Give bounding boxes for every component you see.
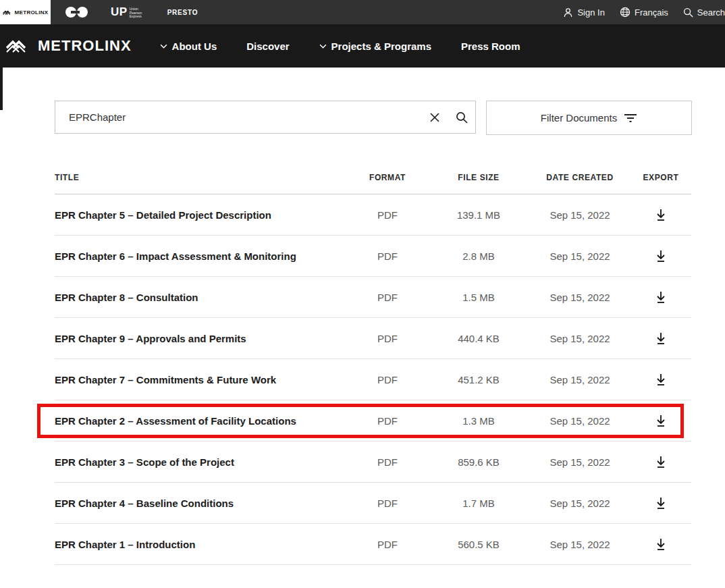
document-title[interactable]: EPR Chapter 1 – Introduction bbox=[55, 539, 347, 550]
column-header-file-size: FILE SIZE bbox=[428, 173, 529, 182]
table-row: EPR Chapter 3 – Scope of the ProjectPDF8… bbox=[55, 442, 691, 483]
nav-item-label: Press Room bbox=[461, 41, 520, 52]
download-button[interactable] bbox=[630, 538, 691, 551]
site-search-label: Search bbox=[697, 7, 725, 18]
filter-documents-button[interactable]: Filter Documents bbox=[486, 101, 692, 135]
filter-documents-label: Filter Documents bbox=[541, 112, 617, 124]
document-date-created: Sep 15, 2022 bbox=[529, 209, 630, 221]
brand-tab-metrolinx[interactable]: METROLINX bbox=[0, 0, 51, 24]
nav-item-projects-programs[interactable]: Projects & Programs bbox=[319, 41, 431, 52]
download-button[interactable] bbox=[630, 291, 691, 304]
document-title[interactable]: EPR Chapter 9 – Approvals and Permits bbox=[55, 333, 347, 344]
document-date-created: Sep 15, 2022 bbox=[529, 456, 630, 468]
nav-items: About Us Discover Projects & Programs Pr… bbox=[160, 41, 520, 52]
document-date-created: Sep 15, 2022 bbox=[529, 292, 630, 303]
table-body: EPR Chapter 5 – Detailed Project Descrip… bbox=[55, 194, 691, 565]
download-icon bbox=[655, 415, 666, 427]
language-label: Français bbox=[635, 7, 668, 18]
download-icon bbox=[655, 291, 666, 304]
utility-top-bar: METROLINX UP Union Pearson Express PREST… bbox=[0, 0, 725, 24]
document-title[interactable]: EPR Chapter 8 – Consultation bbox=[55, 292, 347, 303]
table-row: EPR Chapter 6 – Impact Assessment & Moni… bbox=[55, 236, 691, 277]
document-file-size: 1.5 MB bbox=[428, 292, 529, 303]
download-button[interactable] bbox=[630, 497, 691, 510]
document-title[interactable]: EPR Chapter 7 – Commitments & Future Wor… bbox=[55, 374, 347, 385]
left-edge-strip bbox=[0, 68, 3, 110]
document-file-size: 440.4 KB bbox=[428, 333, 529, 344]
document-file-size: 859.6 KB bbox=[428, 456, 529, 468]
download-icon bbox=[655, 497, 666, 510]
table-header-row: TITLE FORMAT FILE SIZE DATE CREATED EXPO… bbox=[55, 161, 691, 194]
globe-icon bbox=[620, 7, 630, 18]
search-icon bbox=[456, 111, 468, 124]
download-button[interactable] bbox=[630, 209, 691, 221]
download-button[interactable] bbox=[630, 332, 691, 345]
up-wordmark: UP bbox=[111, 5, 128, 19]
nav-item-label: Discover bbox=[246, 41, 289, 52]
document-file-size: 139.1 MB bbox=[428, 209, 529, 221]
column-header-date-created: DATE CREATED bbox=[529, 173, 630, 182]
document-format: PDF bbox=[347, 209, 428, 221]
column-header-export: EXPORT bbox=[630, 173, 691, 182]
document-format: PDF bbox=[347, 250, 428, 262]
download-button[interactable] bbox=[630, 373, 691, 386]
document-date-created: Sep 15, 2022 bbox=[529, 539, 630, 550]
chevron-down-icon bbox=[319, 44, 327, 49]
document-title[interactable]: EPR Chapter 2 – Assessment of Facility L… bbox=[55, 415, 347, 427]
document-format: PDF bbox=[347, 292, 428, 303]
table-row: EPR Chapter 8 – ConsultationPDF1.5 MBSep… bbox=[55, 277, 691, 318]
document-date-created: Sep 15, 2022 bbox=[529, 415, 630, 427]
download-icon bbox=[655, 250, 666, 263]
document-search-input[interactable] bbox=[55, 111, 421, 123]
table-row: EPR Chapter 4 – Baseline ConditionsPDF1.… bbox=[55, 483, 691, 524]
table-row: EPR Chapter 5 – Detailed Project Descrip… bbox=[55, 194, 691, 236]
search-icon bbox=[683, 7, 693, 18]
download-button[interactable] bbox=[630, 415, 691, 427]
brand-tab-label: METROLINX bbox=[15, 9, 49, 16]
topbar-right-group: Sign In Français Search bbox=[563, 7, 725, 18]
up-sub-label: Union Pearson Express bbox=[130, 5, 147, 19]
brand-presto-logo[interactable]: PRESTO bbox=[167, 9, 198, 16]
sign-in-link[interactable]: Sign In bbox=[563, 7, 604, 18]
document-date-created: Sep 15, 2022 bbox=[529, 498, 630, 509]
document-search-box bbox=[55, 101, 476, 134]
person-icon bbox=[563, 7, 573, 18]
close-icon bbox=[429, 112, 440, 123]
brand-up-logo[interactable]: UP Union Pearson Express bbox=[111, 5, 147, 19]
download-button[interactable] bbox=[630, 250, 691, 263]
nav-item-about-us[interactable]: About Us bbox=[160, 41, 217, 52]
document-title[interactable]: EPR Chapter 5 – Detailed Project Descrip… bbox=[55, 209, 347, 221]
brand-go-logo[interactable] bbox=[65, 6, 88, 18]
metrolinx-ribbon-icon bbox=[5, 38, 32, 54]
document-file-size: 1.3 MB bbox=[428, 415, 529, 427]
clear-search-button[interactable] bbox=[421, 112, 448, 123]
download-icon bbox=[655, 332, 666, 345]
download-icon bbox=[655, 456, 666, 469]
document-title[interactable]: EPR Chapter 6 – Impact Assessment & Moni… bbox=[55, 250, 347, 262]
site-search-link[interactable]: Search bbox=[683, 7, 725, 18]
nav-item-label: About Us bbox=[172, 41, 217, 52]
metrolinx-home-logo[interactable]: METROLINX bbox=[5, 37, 132, 55]
table-row: EPR Chapter 7 – Commitments & Future Wor… bbox=[55, 359, 691, 400]
nav-item-discover[interactable]: Discover bbox=[246, 41, 289, 52]
table-row: EPR Chapter 2 – Assessment of Facility L… bbox=[55, 400, 691, 442]
document-file-size: 2.8 MB bbox=[428, 250, 529, 262]
download-button[interactable] bbox=[630, 456, 691, 469]
language-toggle[interactable]: Français bbox=[620, 7, 668, 18]
go-icon bbox=[65, 6, 88, 18]
document-format: PDF bbox=[347, 415, 428, 427]
document-date-created: Sep 15, 2022 bbox=[529, 374, 630, 385]
document-format: PDF bbox=[347, 456, 428, 468]
submit-search-button[interactable] bbox=[448, 111, 475, 124]
document-format: PDF bbox=[347, 374, 428, 385]
document-title[interactable]: EPR Chapter 3 – Scope of the Project bbox=[55, 456, 347, 468]
filter-icon bbox=[624, 113, 637, 123]
document-format: PDF bbox=[347, 333, 428, 344]
column-header-title: TITLE bbox=[55, 173, 347, 182]
nav-item-press-room[interactable]: Press Room bbox=[461, 41, 520, 52]
download-icon bbox=[655, 209, 666, 221]
main-nav-bar: METROLINX About Us Discover Projects & P… bbox=[0, 24, 725, 68]
download-icon bbox=[655, 373, 666, 386]
document-title[interactable]: EPR Chapter 4 – Baseline Conditions bbox=[55, 498, 347, 509]
table-row: EPR Chapter 9 – Approvals and PermitsPDF… bbox=[55, 318, 691, 359]
